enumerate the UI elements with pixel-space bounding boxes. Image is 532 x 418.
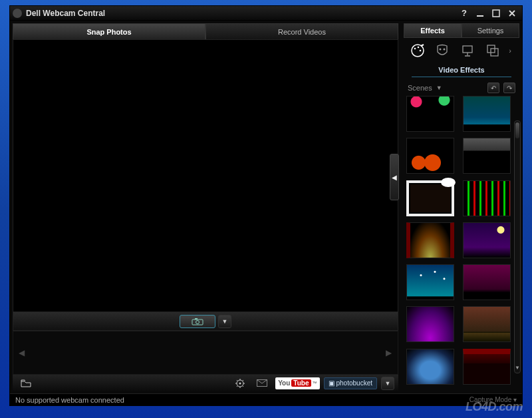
capture-mode-dropdown[interactable]: ▼ <box>218 315 231 328</box>
bottom-bar: You Tube ™ ▣ photobucket ▼ <box>13 375 398 391</box>
left-pane: Snap Photos Record Videos ◀ ▼ <box>10 21 401 393</box>
svg-point-11 <box>419 50 421 52</box>
scene-category-label: Scenes <box>408 84 432 92</box>
window-controls: ? <box>457 8 519 19</box>
mask-icon <box>436 44 449 57</box>
photobucket-button[interactable]: ▣ photobucket <box>324 377 378 389</box>
svg-rect-4 <box>195 318 198 319</box>
gear-icon <box>235 379 245 388</box>
category-avatars[interactable] <box>434 42 451 59</box>
mode-tabs: Snap Photos Record Videos <box>13 23 398 39</box>
svg-point-13 <box>444 49 446 51</box>
category-presentation[interactable] <box>459 42 476 59</box>
tab-label: Effects <box>420 27 445 35</box>
settings-gear-button[interactable] <box>231 377 249 389</box>
effects-thumbnail-grid <box>404 95 519 391</box>
svg-point-9 <box>414 48 416 50</box>
thumbnail-gallery: ◀ ▶ <box>13 331 398 375</box>
email-button[interactable] <box>253 377 271 389</box>
effect-thumb[interactable] <box>463 180 511 216</box>
open-folder-button[interactable] <box>17 377 35 389</box>
tab-label: Record Videos <box>278 28 326 36</box>
effect-thumb[interactable] <box>406 349 454 385</box>
category-frames[interactable] <box>484 42 501 59</box>
app-window: Dell Webcam Central ? Snap Photos Record… <box>9 5 523 406</box>
tab-record-videos[interactable]: Record Videos <box>205 23 398 39</box>
svg-point-8 <box>412 45 424 57</box>
gallery-prev-button[interactable]: ◀ <box>19 348 25 357</box>
camera-icon <box>192 317 203 325</box>
effect-thumb[interactable] <box>406 96 454 132</box>
effect-thumb[interactable] <box>406 306 454 342</box>
effect-thumb[interactable] <box>406 180 454 216</box>
gallery-next-button[interactable]: ▶ <box>386 348 392 357</box>
capture-mode-label: Capture Mode ▾ <box>469 396 517 403</box>
scrollbar-handle[interactable] <box>515 122 519 138</box>
right-tabs: Effects Settings <box>404 23 519 38</box>
tab-effects[interactable]: Effects <box>404 23 462 38</box>
svg-rect-14 <box>463 46 472 53</box>
svg-rect-1 <box>493 10 499 17</box>
envelope-icon <box>257 379 267 387</box>
tab-snap-photos[interactable]: Snap Photos <box>13 23 205 39</box>
capture-button[interactable] <box>180 315 215 328</box>
help-button[interactable]: ? <box>457 8 471 19</box>
undo-button[interactable]: ↶ <box>487 83 499 93</box>
svg-point-12 <box>440 49 442 51</box>
tab-label: Settings <box>477 27 504 35</box>
close-button[interactable] <box>505 8 519 19</box>
effects-subtitle: Video Effects <box>412 63 511 77</box>
youtube-tm: ™ <box>313 381 317 385</box>
scroll-down-icon[interactable]: ▼ <box>515 365 520 371</box>
capture-bar: ▼ <box>13 312 398 331</box>
svg-point-10 <box>417 47 419 49</box>
effect-thumb[interactable] <box>463 264 511 300</box>
share-dropdown[interactable]: ▼ <box>381 377 394 390</box>
window-title: Dell Webcam Central <box>26 9 457 18</box>
photobucket-label: photobucket <box>336 379 373 387</box>
effect-thumb[interactable] <box>463 306 511 342</box>
screen-icon <box>461 44 474 57</box>
tab-label: Snap Photos <box>86 28 131 36</box>
youtube-button[interactable]: You Tube ™ <box>275 377 319 389</box>
effect-category-row: › <box>404 38 519 63</box>
svg-point-3 <box>196 320 200 323</box>
status-bar: No supported webcam connected Capture Mo… <box>10 393 522 405</box>
category-video-effects[interactable] <box>409 42 426 59</box>
redo-button[interactable]: ↷ <box>503 83 515 93</box>
folder-icon <box>21 379 31 387</box>
right-pane: Effects Settings › <box>401 21 522 393</box>
frames-icon <box>486 44 499 57</box>
collapse-panel-button[interactable]: ◀ <box>390 154 399 200</box>
youtube-label-2: Tube <box>291 379 311 387</box>
effect-thumb[interactable] <box>463 349 511 385</box>
minimize-button[interactable] <box>473 8 487 19</box>
effect-thumb[interactable] <box>463 138 511 174</box>
svg-rect-0 <box>477 15 483 17</box>
effects-scrollbar[interactable]: ▼ <box>514 120 521 373</box>
maximize-button[interactable] <box>489 8 503 19</box>
scene-dropdown[interactable]: ▼ <box>436 85 442 91</box>
effect-thumb[interactable] <box>463 222 511 258</box>
youtube-label-1: You <box>278 379 290 387</box>
effect-thumb[interactable] <box>406 138 454 174</box>
effect-thumb[interactable] <box>406 264 454 300</box>
effect-thumb[interactable] <box>406 222 454 258</box>
palette-icon <box>410 43 425 58</box>
category-more-button[interactable]: › <box>509 47 514 55</box>
app-logo-icon <box>13 9 22 18</box>
webcam-preview: ◀ <box>13 39 398 312</box>
tab-settings[interactable]: Settings <box>462 23 519 38</box>
svg-point-6 <box>239 382 241 384</box>
titlebar: Dell Webcam Central ? <box>10 6 522 21</box>
status-message: No supported webcam connected <box>15 396 124 404</box>
effect-thumb[interactable] <box>463 96 511 132</box>
scene-selector-row: Scenes ▼ ↶ ↷ <box>404 81 519 95</box>
main-row: Snap Photos Record Videos ◀ ▼ <box>10 21 522 393</box>
